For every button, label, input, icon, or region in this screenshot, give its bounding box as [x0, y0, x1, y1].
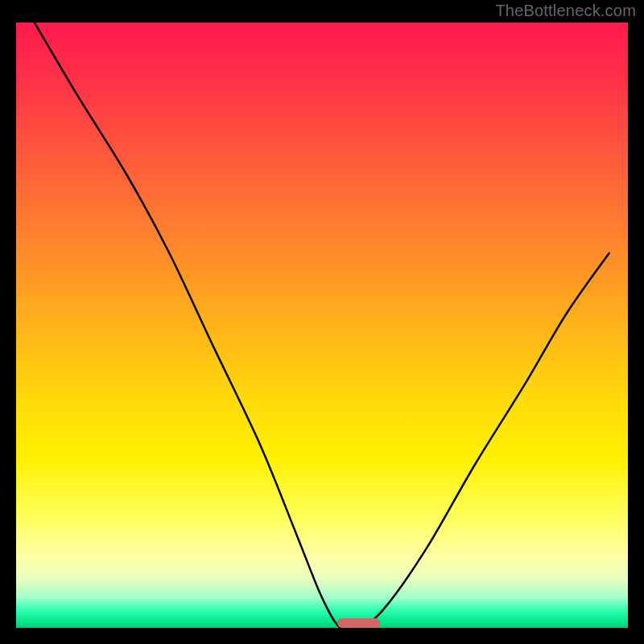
plot-area	[16, 23, 628, 628]
bottleneck-curve-svg	[16, 23, 628, 628]
optimal-range-marker	[337, 618, 380, 628]
bottleneck-curve-path	[35, 23, 609, 628]
watermark-text: TheBottleneck.com	[495, 2, 636, 20]
chart-frame: TheBottleneck.com	[0, 0, 644, 644]
